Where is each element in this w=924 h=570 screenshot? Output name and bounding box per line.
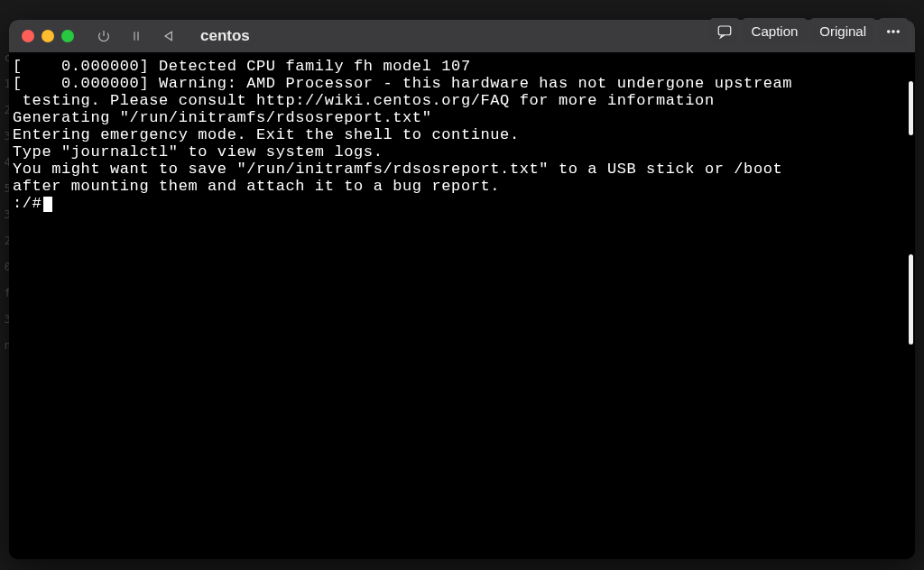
original-button[interactable]: Original xyxy=(810,18,875,45)
terminal-line: testing. Please consult http://wiki.cent… xyxy=(13,92,911,109)
scrollbar-thumb[interactable] xyxy=(909,254,913,345)
terminal-line: [ 0.000000] Detected CPU family fh model… xyxy=(13,58,911,75)
svg-point-1 xyxy=(888,31,890,32)
terminal-line: Entering emergency mode. Exit the shell … xyxy=(13,126,911,143)
caption-button-label: Caption xyxy=(752,23,799,41)
power-icon[interactable] xyxy=(96,28,112,44)
svg-rect-0 xyxy=(718,26,731,35)
window-title: centos xyxy=(200,27,250,45)
terminal-line: You might want to save "/run/initramfs/r… xyxy=(13,161,911,178)
scrollbar-thumb[interactable] xyxy=(909,81,913,135)
terminal-line: [ 0.000000] Warning: AMD Processor - thi… xyxy=(13,75,911,92)
cursor-icon xyxy=(43,197,52,212)
svg-point-3 xyxy=(897,31,899,32)
overlay-button-group: Caption Original xyxy=(710,18,908,45)
comment-icon[interactable] xyxy=(710,18,739,45)
traffic-lights xyxy=(22,30,74,42)
svg-point-2 xyxy=(892,31,894,32)
svg-marker-6 xyxy=(165,32,171,40)
terminal-output[interactable]: [ 0.000000] Detected CPU family fh model… xyxy=(9,52,915,559)
vm-controls xyxy=(96,28,177,44)
more-icon[interactable] xyxy=(879,18,908,45)
pause-icon[interactable] xyxy=(128,28,144,44)
original-button-label: Original xyxy=(819,23,866,41)
vm-window: centos [ 0.000000] Detected CPU family f… xyxy=(9,20,915,559)
terminal-line: :/# xyxy=(13,195,911,212)
minimize-icon[interactable] xyxy=(42,30,54,42)
close-icon[interactable] xyxy=(22,30,34,42)
terminal-line: Type "journalctl" to view system logs. xyxy=(13,143,911,161)
terminal-line: Generating "/run/initramfs/rdsosreport.t… xyxy=(13,109,911,126)
back-icon[interactable] xyxy=(161,28,177,44)
caption-button[interactable]: Caption xyxy=(743,18,808,45)
terminal-line: after mounting them and attach it to a b… xyxy=(13,178,911,195)
zoom-icon[interactable] xyxy=(61,30,74,42)
